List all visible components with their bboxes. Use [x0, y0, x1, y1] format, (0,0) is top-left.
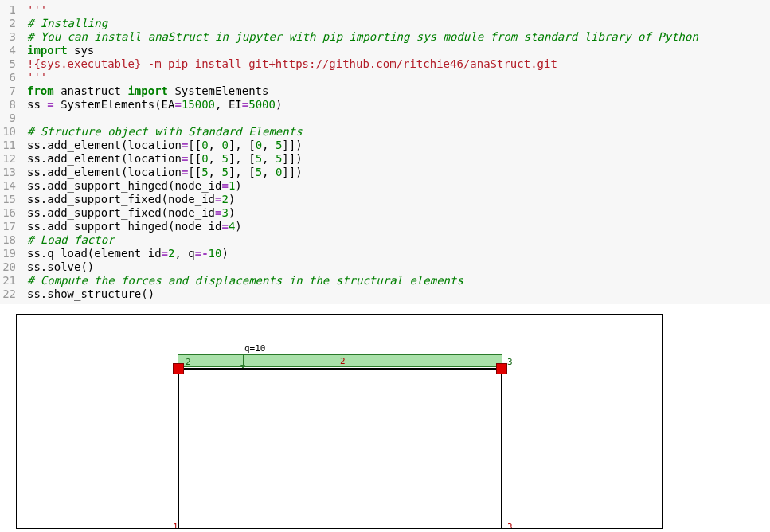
line-number: 18	[0, 233, 16, 247]
code-line[interactable]: ss.add_element(location=[[0, 0], [0, 5]]…	[27, 139, 770, 152]
line-number: 13	[0, 166, 16, 179]
fixed-support-node3	[496, 363, 507, 374]
code-line[interactable]: # Structure object with Standard Element…	[27, 125, 770, 139]
code-line[interactable]: ss.add_support_hinged(node_id=4)	[27, 220, 770, 233]
line-number: 16	[0, 206, 16, 220]
line-number: 19	[0, 247, 16, 260]
element-3-line	[501, 369, 502, 529]
code-line[interactable]: ss.add_element(location=[[5, 5], [5, 0]]…	[27, 166, 770, 179]
line-number: 8	[0, 98, 16, 111]
code-line[interactable]: # You can install anaStruct in jupyter w…	[27, 30, 770, 44]
element-2-label: 2	[340, 356, 346, 366]
ytick-mark	[16, 432, 17, 433]
code-line[interactable]: # Installing	[27, 17, 770, 30]
line-number: 20	[0, 260, 16, 274]
structure-plot: 5 4 3 q=10 2 3 2 1 3	[16, 314, 663, 529]
code-line[interactable]: ss.add_element(location=[[0, 5], [5, 5]]…	[27, 152, 770, 166]
line-number: 9	[0, 111, 16, 125]
line-number-gutter: 12345678910111213141516171819202122	[0, 0, 21, 304]
element-1-line	[178, 369, 179, 529]
element-3-label: 3	[507, 522, 513, 529]
ytick-mark	[16, 369, 17, 370]
plot-output: 5 4 3 q=10 2 3 2 1 3	[0, 304, 770, 529]
line-number: 1	[0, 3, 16, 17]
code-line[interactable]: ss.show_structure()	[27, 288, 770, 301]
fixed-support-node2	[173, 363, 184, 374]
code-line[interactable]: ss.q_load(element_id=2, q=-10)	[27, 247, 770, 260]
element-2-line	[178, 368, 502, 370]
code-line[interactable]: # Compute the forces and displacements i…	[27, 274, 770, 288]
code-line[interactable]: '''	[27, 71, 770, 84]
code-editor[interactable]: 12345678910111213141516171819202122 '''#…	[0, 0, 770, 304]
q-load-label: q=10	[244, 343, 266, 354]
q-load-topline	[178, 354, 502, 355]
code-line[interactable]: import sys	[27, 44, 770, 57]
line-number: 6	[0, 71, 16, 84]
code-line[interactable]: !{sys.executable} -m pip install git+htt…	[27, 57, 770, 71]
code-line[interactable]: ss.add_support_fixed(node_id=3)	[27, 206, 770, 220]
code-line[interactable]: ss.add_support_hinged(node_id=1)	[27, 179, 770, 193]
line-number: 17	[0, 220, 16, 233]
line-number: 12	[0, 152, 16, 166]
node-2-label: 2	[186, 357, 191, 367]
node-3-label: 3	[507, 357, 513, 367]
code-line[interactable]: # Load factor	[27, 233, 770, 247]
line-number: 4	[0, 44, 16, 57]
line-number: 3	[0, 30, 16, 44]
line-number: 11	[0, 139, 16, 152]
code-line[interactable]	[27, 111, 770, 125]
line-number: 21	[0, 274, 16, 288]
q-load-arrow-icon	[243, 354, 244, 366]
line-number: 15	[0, 193, 16, 206]
code-content[interactable]: '''# Installing# You can install anaStru…	[21, 0, 770, 304]
element-1-label: 1	[173, 522, 178, 529]
line-number: 7	[0, 84, 16, 98]
line-number: 10	[0, 125, 16, 139]
code-line[interactable]: from anastruct import SystemElements	[27, 84, 770, 98]
line-number: 14	[0, 179, 16, 193]
code-line[interactable]: ss.add_support_fixed(node_id=2)	[27, 193, 770, 206]
ytick-mark	[16, 496, 17, 497]
code-line[interactable]: ss.solve()	[27, 260, 770, 274]
line-number: 5	[0, 57, 16, 71]
line-number: 22	[0, 288, 16, 301]
code-line[interactable]: '''	[27, 3, 770, 17]
line-number: 2	[0, 17, 16, 30]
code-line[interactable]: ss = SystemElements(EA=15000, EI=5000)	[27, 98, 770, 111]
